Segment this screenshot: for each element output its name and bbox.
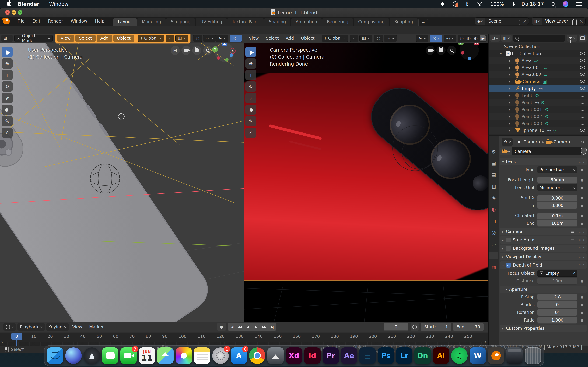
new-view-layer-button[interactable] bbox=[573, 19, 577, 23]
focal-length-slider[interactable]: 50mm bbox=[537, 176, 577, 184]
auto-keying-stopwatch[interactable] bbox=[411, 323, 419, 331]
breadcrumb-data[interactable]: Camera bbox=[553, 140, 570, 144]
proportional-editing-toggle[interactable]: ○ bbox=[374, 35, 383, 42]
disclosure-triangle[interactable]: ▸ bbox=[509, 59, 515, 62]
scene-name[interactable]: Scene bbox=[485, 19, 515, 24]
properties-tab[interactable]: ▣ bbox=[489, 159, 498, 167]
dock-item[interactable]: Lr bbox=[396, 347, 413, 364]
object-name[interactable]: iphone 10 bbox=[523, 128, 545, 133]
workspace-tab[interactable]: Compositing bbox=[354, 18, 389, 25]
object-name[interactable]: Point bbox=[521, 100, 532, 105]
new-collection-button[interactable] bbox=[579, 35, 587, 42]
visibility-toggle[interactable] bbox=[580, 66, 585, 69]
tool-button[interactable]: ↻ bbox=[2, 82, 13, 92]
tool-button[interactable]: ⇗ bbox=[245, 93, 256, 103]
dock-item[interactable] bbox=[194, 347, 210, 364]
visibility-toggle[interactable] bbox=[580, 52, 585, 55]
snap-toggle[interactable]: ∩ bbox=[166, 35, 174, 42]
tool-button[interactable]: ◉ bbox=[245, 105, 256, 115]
properties-tab[interactable]: ◈ bbox=[489, 194, 498, 202]
dock-item[interactable] bbox=[488, 347, 504, 364]
frame-tick-label[interactable]: 240 bbox=[445, 334, 453, 339]
outliner-row[interactable]: ▸ Point.002 ⊙ bbox=[489, 113, 588, 120]
transport-button[interactable]: ▶ bbox=[252, 323, 260, 331]
topbar-menu[interactable]: Edit bbox=[28, 18, 44, 25]
object-name[interactable]: Area.002 bbox=[521, 72, 541, 77]
tool-button[interactable]: ∠ bbox=[2, 128, 13, 138]
disclosure-triangle[interactable]: ▸ bbox=[509, 101, 515, 104]
safe-areas-checkbox[interactable] bbox=[506, 237, 511, 242]
section-lens[interactable]: ▾ Lens ∷∷ bbox=[500, 158, 587, 165]
outliner-search-input[interactable] bbox=[513, 35, 565, 42]
workspace-tab[interactable]: UV Editing bbox=[196, 18, 227, 25]
workspace-tab[interactable]: Scripting bbox=[390, 18, 417, 25]
focus-distance-slider[interactable]: 10m bbox=[537, 277, 577, 284]
viewport-right-rendered[interactable]: ViewSelectAddObject ⤓Global∨ ∩ ▦∨ ○ ~∨ ➤… bbox=[244, 33, 488, 322]
frame-tick-label[interactable]: 200 bbox=[369, 334, 377, 339]
dock-item[interactable] bbox=[506, 347, 523, 364]
frame-tick-label[interactable]: 70 bbox=[129, 334, 135, 339]
close-window-button[interactable] bbox=[5, 10, 10, 15]
move-view-icon[interactable] bbox=[192, 46, 201, 55]
scene-icon[interactable]: ◈∨ bbox=[475, 18, 485, 25]
focus-object-field[interactable]: Empty× bbox=[537, 270, 578, 277]
frame-tick-label[interactable]: 10 bbox=[31, 334, 37, 339]
dock-item[interactable]: A 8 bbox=[231, 347, 247, 364]
frame-tick-label[interactable]: 30 bbox=[64, 334, 69, 339]
record-button[interactable]: ● bbox=[217, 323, 226, 331]
viewport-menu[interactable]: View bbox=[57, 35, 74, 42]
current-frame-pill[interactable]: 0 bbox=[11, 333, 22, 340]
dock-item[interactable] bbox=[525, 347, 541, 364]
dropbox-icon[interactable]: ❖ bbox=[440, 1, 445, 7]
outliner-display-mode-dropdown[interactable]: ⊟∨ bbox=[490, 35, 500, 42]
editor-type-button[interactable]: ∨ bbox=[3, 323, 16, 331]
frame-end-field[interactable]: End:70 bbox=[453, 323, 484, 331]
workspace-tab[interactable]: Shading bbox=[264, 18, 291, 25]
proportional-falloff-dropdown[interactable]: ~∨ bbox=[384, 35, 397, 42]
properties-tab[interactable]: ▤ bbox=[489, 171, 498, 179]
camera-view-icon[interactable] bbox=[182, 46, 190, 55]
frame-tick-label[interactable]: 100 bbox=[179, 334, 187, 339]
mode-dropdown[interactable]: Object Mode∨ bbox=[14, 35, 53, 42]
frame-tick-label[interactable]: 170 bbox=[312, 334, 320, 339]
visibility-toggle[interactable] bbox=[580, 115, 585, 118]
tool-button[interactable] bbox=[245, 47, 256, 57]
tool-button[interactable] bbox=[2, 47, 13, 57]
outliner-row[interactable]: ▸ Point ↝ ⊙ bbox=[489, 99, 588, 106]
fake-user-shield-button[interactable] bbox=[581, 148, 587, 155]
bluetooth-icon[interactable]: ᛒ bbox=[466, 1, 469, 7]
zoom-window-button[interactable] bbox=[18, 10, 22, 15]
object-name[interactable]: Scene Collection bbox=[504, 44, 540, 49]
gizmo-axis-dot[interactable] bbox=[467, 57, 471, 60]
depth-of-field-checkbox[interactable]: ✓ bbox=[506, 263, 511, 267]
viewport-menu[interactable]: Add bbox=[97, 35, 112, 42]
minimize-window-button[interactable] bbox=[12, 10, 16, 15]
zoom-view-icon[interactable] bbox=[203, 46, 212, 55]
object-name[interactable]: Empty bbox=[522, 86, 536, 91]
move-view-icon[interactable] bbox=[436, 46, 446, 55]
collapse-arrow-right[interactable]: ‹ bbox=[484, 339, 486, 345]
show-gizmo-dropdown[interactable]: ➤∨ bbox=[416, 35, 429, 42]
frame-tick-label[interactable]: 120 bbox=[217, 334, 225, 339]
siri-icon[interactable] bbox=[563, 1, 568, 7]
outliner-row[interactable]: ▸ Empty ↝ bbox=[489, 85, 588, 92]
tool-button[interactable]: + bbox=[245, 70, 256, 80]
dock-item[interactable]: Ps bbox=[378, 347, 394, 364]
shift-x-slider[interactable]: 0.000 bbox=[537, 195, 577, 202]
dock-item[interactable]: ♫ bbox=[451, 347, 467, 364]
spotlight-icon[interactable] bbox=[552, 2, 555, 6]
outliner-row[interactable]: ▸ Point.001 ⊙ bbox=[489, 106, 588, 113]
section-background-images[interactable]: ▸ Background Images ∷∷ bbox=[500, 245, 587, 252]
shading-mode-button[interactable]: ◐ bbox=[473, 35, 479, 41]
frame-tick-label[interactable]: 150 bbox=[274, 334, 282, 339]
tool-button[interactable]: ↻ bbox=[245, 82, 256, 92]
disclosure-triangle[interactable]: ▸ bbox=[509, 115, 515, 118]
tool-button[interactable]: ⇗ bbox=[2, 93, 13, 103]
datablock-name-field[interactable]: Camera bbox=[512, 147, 581, 155]
dock-item[interactable] bbox=[47, 347, 63, 364]
editor-type-button[interactable]: ⊞∨ bbox=[1, 35, 13, 42]
properties-tab[interactable]: ◌ bbox=[489, 240, 498, 248]
object-name[interactable]: Point.001 bbox=[521, 107, 542, 112]
shading-mode-button[interactable]: ○ bbox=[459, 35, 465, 41]
blender-logo-icon[interactable] bbox=[3, 18, 10, 25]
